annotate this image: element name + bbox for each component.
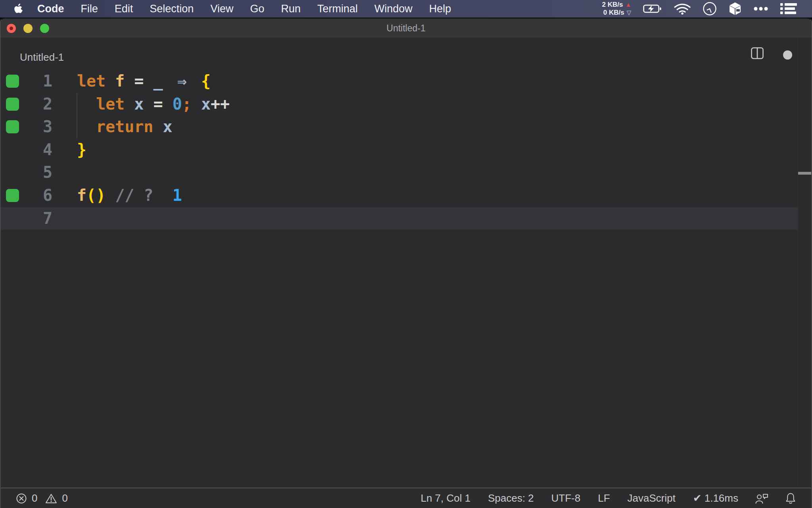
net-up-text: 2 KB/s <box>602 1 623 9</box>
line-number: 3 <box>43 115 52 139</box>
menu-item-file[interactable]: File <box>73 3 107 15</box>
warning-count: 0 <box>62 492 67 504</box>
menu-item-edit[interactable]: Edit <box>106 3 142 15</box>
status-bar-right: Ln 7, Col 1Spaces: 2UTF-8LFJavaScript✔ 1… <box>421 492 796 504</box>
line-number: 2 <box>43 93 52 116</box>
warning-icon <box>45 493 57 504</box>
menu-bar: Code FileEditSelectionViewGoRunTerminalW… <box>0 0 812 17</box>
vscode-window: Untitled-1 Untitled-1 1let f = _ ⇒ {2 le… <box>0 17 812 508</box>
code-text: } <box>77 139 86 162</box>
menu-item-help[interactable]: Help <box>421 3 460 15</box>
menu-item-go[interactable]: Go <box>242 3 273 15</box>
line-number: 6 <box>43 184 52 207</box>
unsaved-indicator-dot[interactable] <box>783 50 792 60</box>
error-count: 0 <box>32 492 37 504</box>
code-text: f() // ? 1 <box>77 184 182 207</box>
menu-items: FileEditSelectionViewGoRunTerminalWindow… <box>73 3 460 15</box>
feedback-icon[interactable] <box>755 493 768 504</box>
gutter: 3 <box>1 115 77 139</box>
menu-item-run[interactable]: Run <box>273 3 309 15</box>
gutter: 1 <box>1 70 77 93</box>
language-mode[interactable]: JavaScript <box>627 492 675 504</box>
traffic-lights <box>7 19 49 38</box>
menu-item-window[interactable]: Window <box>366 3 421 15</box>
overview-ruler-cursor-mark <box>798 172 811 175</box>
eol-sequence[interactable]: LF <box>598 492 610 504</box>
network-speed-indicator[interactable]: 2 KB/s ▲ 0 KB/s ▽ <box>602 1 631 17</box>
line-number: 4 <box>43 139 52 162</box>
indent-guide <box>77 93 77 139</box>
quokka-coverage-indicator <box>6 120 19 133</box>
line-number: 5 <box>43 161 52 184</box>
code-line-1[interactable]: 1let f = _ ⇒ { <box>1 70 798 93</box>
code-line-7[interactable]: 7 <box>1 207 798 230</box>
download-arrow-icon: ▽ <box>626 9 631 17</box>
quokka-coverage-indicator <box>6 75 19 88</box>
code-editor[interactable]: 1let f = _ ⇒ {2 let x = 0; x++3 return x… <box>1 70 798 230</box>
cursor-position[interactable]: Ln 7, Col 1 <box>421 492 471 504</box>
notifications-bell-icon[interactable] <box>785 493 796 504</box>
code-line-5[interactable]: 5 <box>1 161 798 184</box>
line-number: 7 <box>43 207 52 230</box>
code-line-3[interactable]: 3 return x <box>1 115 798 139</box>
gutter: 4 <box>1 139 77 162</box>
wifi-icon[interactable] <box>674 3 691 15</box>
net-down-text: 0 KB/s <box>603 9 624 17</box>
gutter: 2 <box>1 93 77 116</box>
maximize-button[interactable] <box>40 24 49 33</box>
split-editor-button[interactable] <box>751 47 764 61</box>
quokka-coverage-indicator <box>6 189 19 202</box>
window-title: Untitled-1 <box>387 23 425 34</box>
status-bar: 0 0 Ln 7, Col 1Spaces: 2UTF-8LFJavaScrip… <box>1 487 811 508</box>
problems-indicator[interactable]: 0 0 <box>16 492 68 504</box>
error-icon <box>16 493 27 504</box>
status-bar-items: Ln 7, Col 1Spaces: 2UTF-8LFJavaScript✔ 1… <box>421 492 738 504</box>
encoding[interactable]: UTF-8 <box>551 492 580 504</box>
code-line-4[interactable]: 4} <box>1 139 798 162</box>
indentation[interactable]: Spaces: 2 <box>488 492 534 504</box>
tab-untitled-1[interactable]: Untitled-1 <box>20 51 64 64</box>
menu-bar-left: Code FileEditSelectionViewGoRunTerminalW… <box>0 3 460 15</box>
gutter: 5 <box>1 161 77 184</box>
menu-item-terminal[interactable]: Terminal <box>309 3 366 15</box>
line-number: 1 <box>43 70 52 93</box>
clock-icon[interactable] <box>703 2 717 16</box>
quokka-status[interactable]: ✔ 1.16ms <box>693 492 738 504</box>
battery-charging-icon[interactable] <box>643 4 662 14</box>
title-bar[interactable]: Untitled-1 <box>1 19 811 38</box>
code-text: let x = 0; x++ <box>77 93 230 116</box>
code-line-2[interactable]: 2 let x = 0; x++ <box>1 93 798 116</box>
gutter: 6 <box>1 184 77 207</box>
close-button[interactable] <box>7 24 16 33</box>
menu-item-selection[interactable]: Selection <box>142 3 202 15</box>
upload-arrow-icon: ▲ <box>625 1 631 9</box>
code-text: let f = _ ⇒ { <box>77 70 211 93</box>
menu-item-code[interactable]: Code <box>29 3 73 15</box>
quokka-coverage-indicator <box>6 98 19 111</box>
overview-ruler[interactable] <box>798 38 798 487</box>
ellipsis-icon[interactable] <box>753 6 768 11</box>
gutter: 7 <box>1 207 77 230</box>
code-text: return x <box>77 115 172 139</box>
code-line-6[interactable]: 6f() // ? 1 <box>1 184 798 207</box>
list-icon[interactable] <box>780 2 797 15</box>
minimize-button[interactable] <box>23 24 33 33</box>
cube-icon[interactable] <box>729 2 741 15</box>
menu-bar-status-icons: 2 KB/s ▲ 0 KB/s ▽ <box>602 1 812 17</box>
apple-menu[interactable] <box>13 3 23 14</box>
apple-logo-icon <box>13 3 23 14</box>
menu-item-view[interactable]: View <box>202 3 242 15</box>
